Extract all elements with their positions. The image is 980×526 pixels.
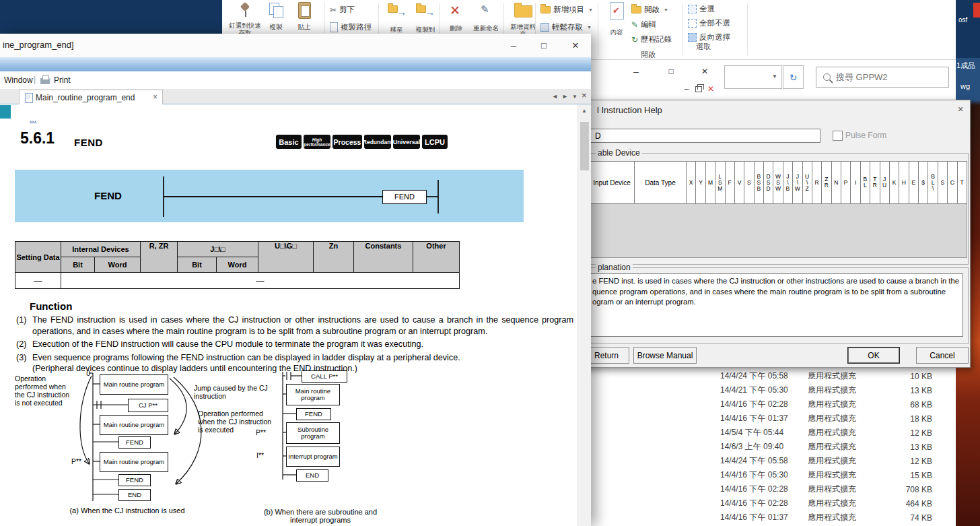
- copy-button[interactable]: 複製: [262, 1, 289, 36]
- function-item: (2) Execution of the FEND instruction wi…: [16, 339, 573, 350]
- device-column: J\B: [783, 162, 792, 203]
- copy-icon: [268, 1, 285, 19]
- device-column: P: [841, 162, 850, 203]
- invert-selection-label: 反向選擇: [699, 32, 730, 42]
- pin-to-quick-access-button[interactable]: 釘選到快速存取: [228, 1, 262, 36]
- ladder-rung-svg: [15, 170, 524, 222]
- move-to-button[interactable]: → 移至: [382, 3, 411, 38]
- file-row[interactable]: 14/4/21 下午 05:30應用程式擴充13 KB: [720, 383, 956, 397]
- dialog-title: l Instruction Help: [597, 105, 662, 115]
- device-columns: XYMLSMFVSBSBDSDWSWJ\BJ\WU\ZRZRNPIBLTRJUK…: [686, 162, 967, 203]
- document-scrollbar[interactable]: ▲: [578, 104, 591, 526]
- window-minimize-button[interactable]: –: [625, 64, 648, 79]
- tab-list-dropdown-icon[interactable]: ▼: [572, 94, 578, 100]
- tab-nav-right-icon[interactable]: ►: [562, 93, 568, 100]
- doc-maximize-button[interactable]: □: [532, 36, 555, 54]
- file-date: 14/4/21 下午 05:30: [720, 385, 808, 396]
- function-item-text: The FEND instruction is used in cases wh…: [32, 315, 573, 337]
- copy-to-label: 複製到: [411, 26, 440, 33]
- section-number: 5.6.1: [20, 129, 55, 147]
- tab-label: Main_routine_program_end: [36, 93, 135, 102]
- file-type: 應用程式擴充: [808, 385, 887, 396]
- explanation-text-area[interactable]: e FEND inst. is used in cases where the …: [589, 273, 963, 337]
- cut-button[interactable]: ✂ 剪下: [330, 5, 355, 15]
- tab-main-routine-program-end[interactable]: Main_routine_program_end ×: [19, 90, 163, 104]
- browse-manual-button[interactable]: Browse Manual: [633, 347, 697, 364]
- desktop-text-fragment: osf: [958, 16, 967, 24]
- device-column: BSB: [754, 162, 763, 203]
- window-maximize-button[interactable]: □: [660, 64, 682, 79]
- child-close-button[interactable]: ✕: [705, 84, 716, 94]
- rename-button[interactable]: ✎ 重新命名: [470, 1, 502, 36]
- file-row[interactable]: 14/5/4 下午 05:44應用程式擴充12 KB: [720, 426, 956, 440]
- menu-window[interactable]: Window: [4, 75, 33, 85]
- history-button[interactable]: ↻ 歷程記錄: [631, 34, 672, 44]
- instruction-input[interactable]: D: [586, 129, 820, 143]
- rename-label: 重新命名: [470, 24, 502, 32]
- file-row[interactable]: 14/4/24 下午 05:58應用程式擴充12 KB: [720, 454, 956, 468]
- new-folder-button[interactable]: 新增資料夾: [508, 1, 538, 38]
- file-row[interactable]: 14/4/16 下午 02:28應用程式擴充68 KB: [720, 397, 956, 412]
- file-row[interactable]: 14/4/16 下午 01:37應用程式擴充74 KB: [720, 511, 956, 525]
- delete-button[interactable]: ✕ 刪除: [443, 1, 470, 36]
- cancel-button[interactable]: Cancel: [916, 347, 969, 364]
- tab-nav-left-icon[interactable]: ◄: [552, 93, 558, 100]
- device-column: C: [947, 162, 956, 203]
- window-close-button[interactable]: ✕: [693, 64, 716, 79]
- move-to-icon: [388, 5, 398, 13]
- address-dropdown[interactable]: ▼: [724, 65, 782, 89]
- file-row[interactable]: 14/4/16 下午 02:28應用程式擴充708 KB: [720, 482, 956, 496]
- dialog-close-button[interactable]: ✕: [954, 103, 967, 115]
- open-button[interactable]: 開啟 ▼: [631, 5, 668, 15]
- ladder-example-diagrams: 0 Operation performed when the CJ instru…: [15, 369, 446, 526]
- tab-close-icon[interactable]: ×: [153, 92, 158, 102]
- pulse-form-checkbox[interactable]: [833, 131, 843, 141]
- function-item-number: (2): [16, 339, 32, 350]
- ok-button[interactable]: OK: [847, 347, 900, 364]
- cell-setting-data-dash: —: [15, 273, 61, 289]
- scroll-thumb[interactable]: [580, 122, 589, 170]
- explanation-line: ogram or an interrupt program.: [592, 297, 960, 308]
- invert-selection-button[interactable]: 反向選擇: [688, 32, 730, 42]
- copy-path-label: 複製路徑: [341, 22, 372, 32]
- edit-icon: ✎: [631, 20, 638, 30]
- file-row[interactable]: 14/4/24 下午 05:58應用程式擴充10 KB: [720, 369, 956, 383]
- doc-minimize-button[interactable]: –: [502, 36, 525, 54]
- file-size: 13 KB: [887, 386, 956, 395]
- properties-button[interactable]: ✔ 內容: [603, 1, 630, 39]
- select-all-button[interactable]: 全選: [688, 4, 715, 14]
- more-link[interactable]: ...: [30, 114, 36, 124]
- file-type: 應用程式擴充: [808, 498, 887, 509]
- file-size: 12 KB: [887, 428, 956, 438]
- paste-button[interactable]: 貼上: [291, 1, 318, 36]
- edit-button[interactable]: ✎ 編輯: [631, 20, 656, 30]
- tabbar-close-icon[interactable]: ×: [582, 90, 587, 100]
- device-table: Input Device Data Type XYMLSMFVSBSBDSDWS…: [589, 161, 967, 204]
- file-date: 14/4/16 下午 05:30: [720, 469, 808, 481]
- search-input[interactable]: 搜尋 GPPW2: [816, 67, 949, 88]
- file-row[interactable]: 14/4/16 下午 02:28應用程式擴充464 KB: [720, 496, 956, 511]
- copy-label: 複製: [262, 23, 289, 30]
- file-row[interactable]: 14/4/16 下午 05:30應用程式擴充15 KB: [720, 468, 956, 482]
- new-item-button[interactable]: 新增項目 ▼: [540, 5, 593, 15]
- diagram-b-caption: (b) When there are subroutine and interr…: [254, 508, 386, 524]
- child-restore-button[interactable]: [693, 84, 704, 94]
- document-icon-line: [26, 96, 30, 96]
- select-none-button[interactable]: 全部不選: [688, 18, 730, 28]
- copy-to-button[interactable]: → 複製到: [411, 3, 440, 38]
- doc-close-button[interactable]: ✕: [564, 36, 587, 54]
- easy-access-button[interactable]: 輕鬆存取 ▼: [540, 22, 592, 32]
- cut-icon: ✂: [330, 5, 337, 15]
- printer-paper-icon: [42, 75, 49, 80]
- copy-path-button[interactable]: 複製路徑: [330, 22, 372, 32]
- document-menubar: Window | Print: [0, 71, 591, 89]
- menu-separator: |: [34, 75, 36, 84]
- file-row[interactable]: 14/6/3 上午 09:40應用程式擴充13 KB: [720, 440, 956, 454]
- chevron-down-icon: ▼: [772, 73, 777, 79]
- file-type: 應用程式擴充: [808, 455, 887, 467]
- file-row[interactable]: 14/4/16 下午 01:37應用程式擴充18 KB: [720, 412, 956, 426]
- scroll-up-icon[interactable]: ▲: [582, 108, 587, 114]
- menu-print[interactable]: Print: [54, 75, 71, 85]
- child-minimize-button[interactable]: –: [681, 84, 692, 94]
- refresh-button[interactable]: ↻: [783, 65, 804, 89]
